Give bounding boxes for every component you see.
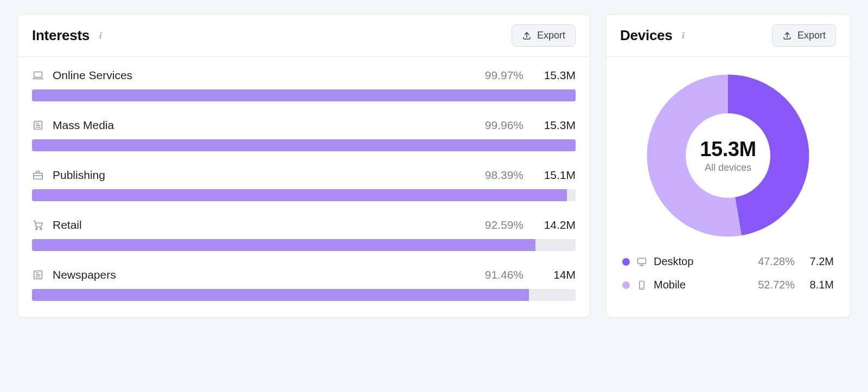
interests-header: Interests i Export [18,15,590,57]
devices-total: 15.3M [700,138,756,161]
interest-label[interactable]: Retail [53,219,466,232]
devices-legend: Desktop 47.28% 7.2M Mobile 52.72% 8.1M [620,249,836,300]
interest-value: 14.2M [538,219,576,232]
interest-label[interactable]: Online Services [53,69,466,82]
briefcase-icon [32,169,44,181]
export-label: Export [797,30,826,41]
upload-icon [782,31,792,41]
interest-bar-fill [32,139,576,151]
interest-bar-fill [32,289,529,301]
devices-card: Devices i Export 15.3M All devices D [605,14,851,318]
legend-label[interactable]: Desktop [654,255,739,268]
legend-pct: 47.28% [746,255,795,268]
svg-rect-19 [638,258,646,264]
info-icon[interactable]: i [678,30,688,41]
interest-pct: 92.59% [475,219,524,232]
legend-value: 8.1M [801,279,834,291]
interests-title: Interests [32,27,90,44]
legend-dot [622,258,630,266]
export-button[interactable]: Export [512,24,576,47]
interest-value: 15.3M [538,119,576,132]
svg-rect-7 [34,173,43,179]
interest-value: 14M [538,268,576,281]
legend-value: 7.2M [801,255,834,268]
devices-donut: 15.3M All devices [620,69,836,249]
interest-pct: 99.96% [475,119,524,132]
svg-point-10 [40,228,42,230]
info-icon[interactable]: i [95,30,106,41]
article-icon [32,119,44,131]
interest-row: Online Services 99.97% 15.3M [32,69,576,101]
interest-bar-track [32,189,576,201]
interest-bar-track [32,89,576,101]
interest-value: 15.3M [538,69,576,82]
interest-row: Mass Media 99.96% 15.3M [32,119,576,151]
legend-dot [622,281,630,289]
export-button[interactable]: Export [772,24,836,47]
interest-bar-track [32,239,576,251]
interest-pct: 99.97% [475,69,524,82]
interest-label[interactable]: Mass Media [53,119,466,132]
article-icon [32,269,44,281]
interest-pct: 98.39% [475,169,524,182]
svg-point-9 [36,228,37,230]
interest-pct: 91.46% [475,268,524,281]
devices-total-label: All devices [705,162,751,173]
interest-row: Retail 92.59% 14.2M [32,219,576,251]
interest-bar-fill [32,89,576,101]
interests-card: Interests i Export Online Services 99.97… [17,14,590,318]
legend-row-desktop: Desktop 47.28% 7.2M [622,250,834,273]
svg-rect-1 [34,72,42,78]
interest-label[interactable]: Publishing [53,169,466,182]
upload-icon [522,31,532,41]
cart-icon [32,219,44,231]
interest-bar-track [32,289,576,301]
devices-header: Devices i Export [606,15,850,57]
interest-bar-fill [32,189,567,201]
laptop-icon [32,69,44,81]
legend-row-mobile: Mobile 52.72% 8.1M [622,273,834,297]
interest-value: 15.1M [538,169,576,182]
legend-label[interactable]: Mobile [654,279,739,291]
interest-row: Publishing 98.39% 15.1M [32,169,576,201]
devices-body: 15.3M All devices Desktop 47.28% 7.2M Mo… [606,57,850,316]
interest-label[interactable]: Newspapers [53,268,466,281]
interest-bar-track [32,139,576,151]
export-label: Export [537,30,565,41]
devices-title: Devices [620,27,672,44]
interest-row: Newspapers 91.46% 14M [32,268,576,301]
interest-bar-fill [32,239,535,251]
donut-center: 15.3M All devices [647,74,809,237]
interests-body: Online Services 99.97% 15.3M Mass Media … [18,57,590,317]
legend-pct: 52.72% [746,279,795,291]
